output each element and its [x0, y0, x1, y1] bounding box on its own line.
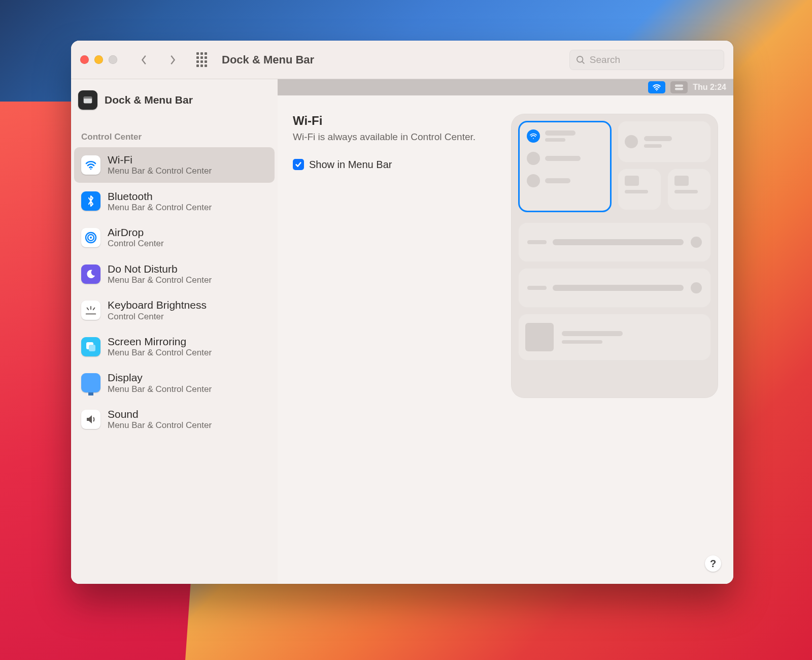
sidebar-item-label: Do Not Disturb: [108, 262, 212, 275]
show-all-grid-button[interactable]: [194, 53, 209, 67]
svg-point-7: [90, 237, 92, 239]
sidebar-item-sub: Menu Bar & Control Center: [108, 203, 212, 213]
window-controls: [80, 55, 117, 64]
sidebar-item-bluetooth[interactable]: Bluetooth Menu Bar & Control Center: [74, 184, 275, 219]
sound-icon: [81, 410, 100, 429]
airdrop-icon: [81, 228, 100, 247]
moon-icon: [81, 265, 100, 284]
sidebar-item-sub: Menu Bar & Control Center: [108, 384, 212, 394]
close-window-button[interactable]: [80, 55, 89, 64]
svg-point-17: [533, 138, 534, 139]
sidebar-item-screen-mirroring[interactable]: Screen Mirroring Menu Bar & Control Cent…: [74, 329, 275, 365]
dock-menubar-icon: [78, 90, 97, 110]
nav-back-button[interactable]: [138, 53, 151, 67]
bluetooth-icon: [81, 191, 100, 211]
detail-title: Wi-Fi: [293, 114, 497, 128]
sidebar: Dock & Menu Bar Control Center Wi-Fi Men…: [71, 79, 278, 584]
system-preferences-window: Dock & Menu Bar Dock & Menu Bar Control …: [71, 41, 733, 584]
svg-point-14: [656, 90, 657, 91]
cc-preview-wifi-icon: [527, 129, 540, 143]
control-center-preview: [511, 114, 718, 398]
menubar-wifi-indicator: [648, 81, 665, 93]
sidebar-item-sub: Control Center: [108, 239, 164, 249]
screen-mirroring-icon: [81, 337, 100, 356]
sidebar-item-label: Bluetooth: [108, 190, 212, 203]
sidebar-item-wifi[interactable]: Wi-Fi Menu Bar & Control Center: [74, 147, 275, 183]
sidebar-header[interactable]: Dock & Menu Bar: [71, 79, 278, 115]
sidebar-item-sound[interactable]: Sound Menu Bar & Control Center: [74, 402, 275, 437]
svg-rect-15: [675, 85, 683, 87]
svg-line-11: [93, 308, 95, 310]
menubar-control-center-icon: [670, 81, 688, 93]
sidebar-item-label: Display: [108, 371, 212, 384]
detail-description: Wi-Fi is always available in Control Cen…: [293, 131, 481, 144]
svg-point-4: [90, 169, 91, 170]
svg-line-10: [87, 308, 89, 310]
sidebar-section-label: Control Center: [71, 115, 278, 146]
menubar-time: Thu 2:24: [693, 83, 726, 92]
sidebar-item-label: AirDrop: [108, 226, 164, 239]
sidebar-item-sub: Menu Bar & Control Center: [108, 166, 212, 176]
titlebar: Dock & Menu Bar: [71, 41, 733, 79]
search-field[interactable]: [569, 50, 724, 70]
sidebar-item-sub: Menu Bar & Control Center: [108, 275, 212, 285]
display-icon: [81, 373, 100, 392]
sidebar-item-airdrop[interactable]: AirDrop Control Center: [74, 220, 275, 255]
show-in-menubar-label: Show in Menu Bar: [309, 159, 392, 171]
sidebar-item-label: Wi-Fi: [108, 153, 212, 166]
zoom-window-button[interactable]: [109, 55, 117, 64]
sidebar-item-keyboard-brightness[interactable]: Keyboard Brightness Control Center: [74, 292, 275, 328]
menubar-preview: Thu 2:24: [278, 79, 733, 95]
svg-rect-16: [675, 88, 683, 90]
wifi-icon: [81, 155, 100, 175]
sidebar-item-sub: Menu Bar & Control Center: [108, 348, 212, 358]
sidebar-item-label: Keyboard Brightness: [108, 299, 207, 311]
sidebar-item-display[interactable]: Display Menu Bar & Control Center: [74, 365, 275, 401]
search-icon: [576, 54, 586, 65]
search-input[interactable]: [590, 54, 718, 65]
svg-rect-3: [84, 97, 92, 99]
svg-rect-13: [89, 345, 95, 351]
keyboard-brightness-icon: [81, 301, 100, 320]
cc-preview-connectivity-card: [518, 121, 612, 212]
window-title: Dock & Menu Bar: [222, 53, 314, 67]
svg-point-0: [577, 56, 583, 62]
sidebar-item-dnd[interactable]: Do Not Disturb Menu Bar & Control Center: [74, 256, 275, 292]
sidebar-item-label: Sound: [108, 408, 212, 420]
help-button[interactable]: ?: [705, 555, 721, 572]
minimize-window-button[interactable]: [94, 55, 103, 64]
nav-forward-button[interactable]: [166, 53, 179, 67]
svg-line-1: [582, 61, 585, 63]
sidebar-item-label: Screen Mirroring: [108, 335, 212, 348]
sidebar-header-label: Dock & Menu Bar: [105, 94, 193, 106]
content-pane: Thu 2:24 Wi-Fi Wi-Fi is always available…: [278, 79, 733, 584]
sidebar-item-sub: Menu Bar & Control Center: [108, 420, 212, 431]
sidebar-item-sub: Control Center: [108, 312, 207, 322]
show-in-menubar-checkbox[interactable]: [293, 159, 304, 170]
